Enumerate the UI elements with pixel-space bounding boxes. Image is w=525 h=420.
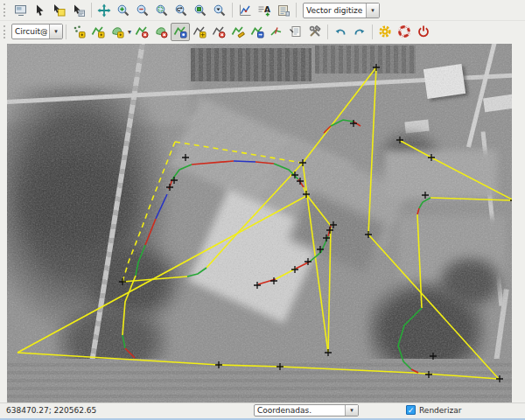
split-line-button[interactable]	[267, 23, 286, 41]
add-vertex-button[interactable]	[190, 23, 209, 41]
toolbar-separator	[232, 3, 233, 18]
add-text-icon: A	[257, 4, 271, 18]
status-bar: 638470.27; 220562.65 Coordenadas. ▾ ✓ Re…	[0, 402, 525, 418]
split-line-icon	[270, 24, 284, 38]
zoom-extent-icon	[155, 4, 169, 18]
tool-select-combo[interactable]: Vector digitize ▾	[303, 3, 380, 18]
display-attributes-button[interactable]	[286, 23, 305, 41]
display-attributes-icon	[289, 24, 303, 38]
zoom-options-icon	[213, 4, 227, 18]
zoom-out-icon	[136, 4, 150, 18]
move-feature-icon	[250, 24, 264, 38]
analyze-map-icon	[238, 4, 252, 18]
toolbar-separator	[91, 3, 92, 18]
digitize-boundary-button[interactable]	[108, 23, 127, 41]
digitize-point-button[interactable]	[69, 23, 88, 41]
digitizer-toolbar: Circuit@r ▾ ▾	[0, 21, 525, 42]
edit-line-icon	[231, 24, 245, 38]
additional-tools-button[interactable]	[305, 23, 325, 41]
select-icon	[52, 4, 66, 18]
delete-feature-icon	[154, 24, 168, 38]
undo-button[interactable]	[331, 23, 350, 41]
map-canvas[interactable]	[7, 44, 512, 405]
add-vertex-icon	[192, 24, 206, 38]
help-button[interactable]	[395, 23, 414, 41]
chevron-down-icon[interactable]: ▾	[366, 4, 379, 18]
settings-button[interactable]	[375, 23, 395, 41]
digitize-boundary-icon	[110, 24, 124, 38]
display-toolbar: A Vector digitize ▾	[0, 0, 525, 21]
edit-line-button[interactable]	[228, 23, 248, 41]
digitize-point-icon	[72, 24, 86, 38]
redo-button[interactable]	[350, 23, 369, 41]
photo-grain	[7, 44, 512, 405]
render-checkbox-label: Renderizar	[419, 406, 461, 415]
toolbar-separator	[372, 24, 373, 39]
select-features-button[interactable]	[50, 1, 69, 19]
remove-vertex-icon	[212, 24, 226, 38]
zoom-to-map-button[interactable]	[191, 1, 210, 19]
zoom-options-button[interactable]	[210, 1, 229, 19]
add-overlay-icon	[276, 4, 290, 18]
delete-feature-button[interactable]	[151, 23, 171, 41]
zoom-extent-button[interactable]	[152, 1, 172, 19]
statusbar-mode-combo-value: Coordenadas.	[257, 406, 343, 415]
additional-tools-icon	[308, 24, 322, 38]
pan-button[interactable]	[94, 1, 114, 19]
statusbar-mode-combo[interactable]: Coordenadas. ▾	[254, 404, 359, 416]
chevron-down-icon[interactable]: ▾	[49, 24, 62, 38]
zoom-previous-icon	[174, 4, 188, 18]
toolbar-grip[interactable]	[4, 4, 8, 17]
digitize-line-icon	[91, 24, 105, 38]
life-ring-icon	[397, 24, 411, 38]
layer-select-combo[interactable]: Circuit@r ▾	[11, 24, 63, 39]
digitize-centroid-icon	[135, 24, 149, 38]
zoom-in-button[interactable]	[114, 1, 133, 19]
query-icon	[72, 4, 86, 18]
zoom-previous-button[interactable]	[172, 1, 191, 19]
zoom-out-button[interactable]	[133, 1, 152, 19]
toolbar-separator	[327, 24, 328, 39]
map-display-window: A Vector digitize ▾ Circuit@r ▾ ▾	[0, 0, 525, 420]
toolbar-separator	[296, 3, 297, 18]
zoom-in-icon	[116, 4, 130, 18]
layer-select-combo-value: Circuit@r	[15, 27, 47, 36]
chevron-down-icon[interactable]: ▾	[345, 405, 358, 416]
zoom-to-map-icon	[193, 4, 207, 18]
render-display-icon	[14, 4, 28, 18]
pointer-button[interactable]	[31, 1, 50, 19]
quit-digitizer-button[interactable]	[414, 23, 433, 41]
remove-vertex-button[interactable]	[209, 23, 228, 41]
pan-icon	[97, 4, 111, 18]
query-button[interactable]	[69, 1, 88, 19]
pointer-icon	[33, 4, 47, 18]
digitize-centroid-button[interactable]	[132, 23, 151, 41]
toolbar-separator	[66, 24, 66, 39]
power-icon	[416, 24, 430, 38]
render-checkbox[interactable]: ✓	[406, 405, 416, 415]
move-feature-button[interactable]	[248, 23, 267, 41]
digitize-line-button[interactable]	[88, 23, 108, 41]
redo-icon	[353, 24, 367, 38]
boundary-options-caret[interactable]: ▾	[128, 28, 131, 36]
render-display-button[interactable]	[11, 1, 31, 19]
add-overlay-button[interactable]	[274, 1, 293, 19]
coordinates-readout: 638470.27; 220562.65	[6, 406, 96, 415]
move-vertex-icon	[173, 24, 187, 38]
toolbar-grip[interactable]	[4, 25, 8, 38]
move-vertex-button[interactable]	[171, 23, 190, 41]
add-text-button[interactable]: A	[255, 1, 274, 19]
tool-select-combo-value: Vector digitize	[306, 6, 364, 15]
gear-icon	[378, 24, 392, 38]
analyze-map-button[interactable]	[235, 1, 255, 19]
undo-icon	[333, 24, 347, 38]
